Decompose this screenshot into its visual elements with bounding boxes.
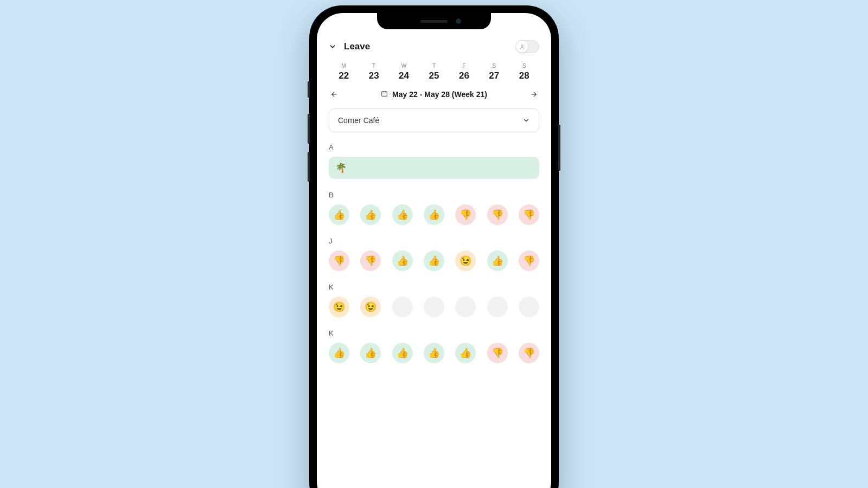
section-label: B [329, 191, 539, 199]
status-cell-wink[interactable]: 😉 [455, 251, 476, 271]
day-number: 22 [329, 70, 359, 81]
section-label: K [329, 329, 539, 337]
status-cell-down[interactable]: 👎 [455, 204, 476, 225]
app-content: Leave M22T23W24T25F26S27S28 May 2 [317, 13, 551, 488]
day-letter: T [419, 63, 449, 69]
calendar-icon [381, 90, 388, 99]
status-cell-down[interactable]: 👎 [519, 204, 539, 225]
status-cell-up[interactable]: 👍 [487, 251, 508, 271]
app-header: Leave [329, 40, 539, 53]
status-row: 😉😉 [329, 297, 539, 317]
day-column[interactable]: M22 [329, 63, 359, 81]
week-range-text: May 22 - May 28 (Week 21) [392, 90, 487, 99]
status-cell-up[interactable]: 👍 [424, 204, 444, 225]
status-cell-empty[interactable] [455, 297, 476, 317]
phone-button [308, 114, 310, 144]
status-cell-down[interactable]: 👎 [329, 251, 349, 271]
day-column[interactable]: F26 [449, 63, 479, 81]
status-cell-empty[interactable] [519, 297, 539, 317]
day-letter: S [509, 63, 539, 69]
collapse-icon[interactable] [329, 43, 336, 50]
status-cell-empty[interactable] [392, 297, 413, 317]
status-cell-up[interactable]: 👍 [329, 343, 349, 363]
status-cell-up[interactable]: 👍 [424, 343, 444, 363]
camera [456, 18, 461, 24]
day-number: 26 [449, 70, 479, 81]
week-label[interactable]: May 22 - May 28 (Week 21) [381, 90, 487, 99]
user-toggle[interactable] [515, 40, 539, 53]
speaker [420, 20, 448, 23]
status-cell-wink[interactable]: 😉 [360, 297, 381, 317]
day-letter: F [449, 63, 479, 69]
status-cell-empty[interactable] [424, 297, 444, 317]
day-letter: M [329, 63, 359, 69]
prev-week-button[interactable] [329, 89, 340, 100]
phone-button [558, 125, 560, 171]
status-row: 👎👎👍👍😉👍👎 [329, 251, 539, 271]
status-cell-up[interactable]: 👍 [392, 343, 413, 363]
status-cell-down[interactable]: 👎 [487, 343, 508, 363]
status-row: 👍👍👍👍👎👎👎 [329, 204, 539, 225]
phone-notch [377, 13, 491, 29]
day-number: 24 [389, 70, 419, 81]
day-column[interactable]: W24 [389, 63, 419, 81]
day-letter: T [359, 63, 388, 69]
status-row: 👍👍👍👍👍👎👎 [329, 343, 539, 363]
day-column[interactable]: T25 [419, 63, 449, 81]
phone-screen: Leave M22T23W24T25F26S27S28 May 2 [317, 13, 551, 488]
chevron-down-icon [522, 117, 530, 124]
status-cell-down[interactable]: 👎 [487, 204, 508, 225]
next-week-button[interactable] [528, 89, 539, 100]
status-cell-up[interactable]: 👍 [455, 343, 476, 363]
day-column[interactable]: T23 [359, 63, 388, 81]
phone-button [308, 81, 310, 98]
day-number: 28 [509, 70, 539, 81]
phone-button [308, 152, 310, 182]
status-cell-down[interactable]: 👎 [360, 251, 381, 271]
week-nav: May 22 - May 28 (Week 21) [329, 89, 539, 100]
status-cell-up[interactable]: 👍 [424, 251, 444, 271]
section-label: J [329, 237, 539, 245]
status-cell-wink[interactable]: 😉 [329, 297, 349, 317]
day-number: 25 [419, 70, 449, 81]
day-letter: S [479, 63, 509, 69]
page-title: Leave [344, 41, 370, 52]
svg-rect-2 [382, 92, 387, 97]
status-cell-down[interactable]: 👎 [519, 343, 539, 363]
status-cell-empty[interactable] [487, 297, 508, 317]
day-column[interactable]: S28 [509, 63, 539, 81]
day-number: 27 [479, 70, 509, 81]
leave-bar[interactable]: 🌴 [329, 157, 539, 179]
svg-point-0 [521, 44, 523, 47]
location-selected: Corner Café [338, 116, 379, 125]
location-dropdown[interactable]: Corner Café [329, 108, 539, 132]
week-days: M22T23W24T25F26S27S28 [329, 63, 539, 81]
section-label: K [329, 283, 539, 291]
status-cell-up[interactable]: 👍 [360, 204, 381, 225]
header-left: Leave [329, 41, 370, 52]
toggle-knob [516, 41, 528, 53]
phone-frame: Leave M22T23W24T25F26S27S28 May 2 [309, 5, 559, 488]
day-letter: W [389, 63, 419, 69]
section-label: A [329, 143, 539, 151]
status-cell-up[interactable]: 👍 [392, 251, 413, 271]
day-column[interactable]: S27 [479, 63, 509, 81]
status-cell-up[interactable]: 👍 [329, 204, 349, 225]
status-cell-down[interactable]: 👎 [519, 251, 539, 271]
status-cell-up[interactable]: 👍 [392, 204, 413, 225]
status-cell-up[interactable]: 👍 [360, 343, 381, 363]
day-number: 23 [359, 70, 388, 81]
